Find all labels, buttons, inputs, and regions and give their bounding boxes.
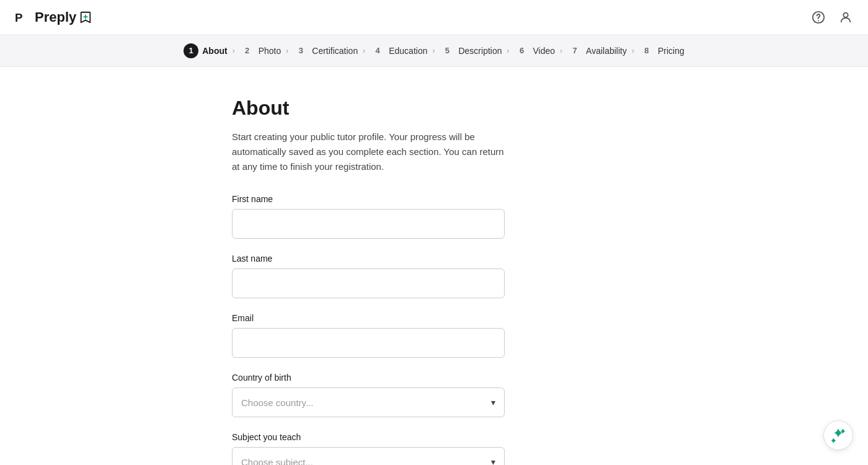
logo-bookmark-icon	[79, 11, 92, 24]
step-7-availability[interactable]: 7 Availability	[567, 43, 627, 58]
step-chevron-7: ›	[632, 46, 634, 55]
first-name-input[interactable]	[232, 209, 505, 239]
first-name-group: First name	[232, 194, 636, 239]
step-2-label: Photo	[259, 46, 281, 56]
svg-text:P: P	[15, 11, 22, 24]
page-description: Start creating your public tutor profile…	[232, 130, 505, 174]
header-icons	[811, 10, 853, 25]
step-chevron-6: ›	[560, 46, 562, 55]
svg-point-2	[818, 20, 819, 21]
step-1-about[interactable]: 1 About	[184, 43, 227, 58]
step-chevron-5: ›	[507, 46, 510, 55]
subject-chevron-down-icon: ▾	[491, 457, 495, 465]
step-3-label: Certification	[312, 46, 358, 56]
subject-label: Subject you teach	[232, 432, 636, 442]
user-icon[interactable]	[838, 10, 853, 25]
step-6-number: 6	[515, 43, 529, 58]
step-4-label: Education	[389, 46, 427, 56]
step-7-number: 7	[567, 43, 582, 58]
step-chevron-3: ›	[363, 46, 365, 55]
step-chevron-2: ›	[286, 46, 288, 55]
country-select[interactable]: Choose country... ▾	[232, 388, 505, 417]
country-select-placeholder: Choose country...	[241, 397, 313, 408]
step-8-number: 8	[639, 43, 654, 58]
logo-icon: P	[15, 9, 32, 26]
last-name-group: Last name	[232, 254, 636, 298]
step-3-certification[interactable]: 3 Certification	[293, 43, 358, 58]
step-4-education[interactable]: 4 Education	[370, 43, 427, 58]
subject-select-placeholder: Choose subject...	[241, 457, 313, 466]
email-label: Email	[232, 313, 636, 323]
step-8-label: Pricing	[658, 46, 684, 56]
step-6-label: Video	[533, 46, 556, 56]
step-7-label: Availability	[586, 46, 627, 56]
stepper-nav: 1 About › 2 Photo › 3 Certification › 4 …	[0, 35, 868, 67]
step-chevron-4: ›	[432, 46, 435, 55]
step-3-number: 3	[293, 43, 308, 58]
step-chevron-1: ›	[232, 46, 235, 55]
logo[interactable]: P Preply	[15, 9, 92, 26]
email-group: Email	[232, 313, 636, 358]
email-input[interactable]	[232, 328, 505, 358]
main-content: About Start creating your public tutor p…	[217, 67, 651, 465]
first-name-label: First name	[232, 194, 636, 204]
step-6-video[interactable]: 6 Video	[515, 43, 556, 58]
logo-text: Preply	[35, 9, 76, 25]
svg-point-3	[843, 12, 848, 17]
step-5-description[interactable]: 5 Description	[440, 43, 502, 58]
subject-group: Subject you teach Choose subject... ▾	[232, 432, 636, 465]
step-1-label: About	[202, 46, 227, 56]
country-chevron-down-icon: ▾	[491, 397, 495, 407]
step-2-photo[interactable]: 2 Photo	[240, 43, 281, 58]
help-icon[interactable]	[811, 10, 826, 25]
step-2-number: 2	[240, 43, 255, 58]
step-5-number: 5	[440, 43, 454, 58]
subject-select[interactable]: Choose subject... ▾	[232, 447, 505, 465]
step-8-pricing[interactable]: 8 Pricing	[639, 43, 684, 58]
header: P Preply	[0, 0, 868, 35]
floating-ai-button[interactable]	[823, 420, 853, 450]
country-label: Country of birth	[232, 373, 636, 383]
step-1-number: 1	[184, 43, 198, 58]
ai-sparkle-icon	[830, 427, 846, 443]
country-group: Country of birth Choose country... ▾	[232, 373, 636, 417]
page-title: About	[232, 97, 636, 120]
step-5-label: Description	[458, 46, 502, 56]
last-name-input[interactable]	[232, 268, 505, 298]
last-name-label: Last name	[232, 254, 636, 264]
step-4-number: 4	[370, 43, 385, 58]
